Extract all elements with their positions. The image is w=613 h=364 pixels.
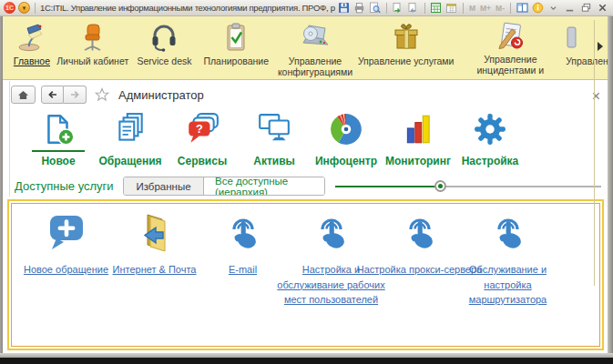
1c-logo-icon: 1С xyxy=(4,2,15,14)
tap-hand-icon xyxy=(222,210,264,256)
speech-bubble-plus-icon xyxy=(46,210,87,256)
documents-stack-icon xyxy=(113,108,148,147)
calculator-icon[interactable] xyxy=(430,2,443,15)
pie-chart-icon xyxy=(329,108,363,147)
memory-m-button[interactable]: M xyxy=(468,4,476,13)
folder-arrow-icon xyxy=(134,210,176,256)
ribbon-item-configuration-management[interactable]: Управление конфигурациями xyxy=(273,20,357,79)
ribbon-item-label: Управление услугами xyxy=(358,56,455,66)
slider-thumb[interactable] xyxy=(434,180,446,192)
info-dropdown-icon[interactable] xyxy=(547,2,560,15)
ribbon-item-planning[interactable]: Планирование xyxy=(199,20,273,79)
service-link[interactable]: Обслуживание и настройка маршрутизатора xyxy=(456,262,560,308)
tap-hand-icon xyxy=(311,210,352,256)
file-send-icon[interactable] xyxy=(392,2,404,15)
divider xyxy=(463,3,464,14)
tab-underline xyxy=(320,150,373,152)
ribbon-item-service-management[interactable]: Управление услугами xyxy=(357,20,455,79)
tap-hand-icon xyxy=(487,210,529,256)
tab-label: Инфоцентр xyxy=(315,155,377,167)
ribbon-item-service-desk[interactable]: Service desk xyxy=(130,20,199,79)
service-link[interactable]: Новое обращение xyxy=(20,262,113,278)
tab-requests[interactable]: Обращения xyxy=(100,108,160,174)
save-icon[interactable] xyxy=(338,2,351,15)
memory-m-plus-button[interactable]: M+ xyxy=(479,4,492,13)
service-item-proxy-setup[interactable]: Настройка прокси-сервера xyxy=(375,210,464,308)
ribbon-item-label: Главное xyxy=(14,56,50,66)
services-panel: Новое обращение Интернет & Почта E-mail … xyxy=(7,199,604,350)
tab-underline xyxy=(392,150,444,152)
desk-lamp-icon xyxy=(16,21,47,54)
gift-box-icon xyxy=(391,21,422,54)
service-item-email[interactable]: E-mail xyxy=(199,210,287,308)
service-item-router-maintenance[interactable]: Обслуживание и настройка маршрутизатора xyxy=(464,210,552,308)
minimize-button[interactable] xyxy=(563,2,577,15)
active-tab-underline xyxy=(32,150,85,152)
window-title: 1С:ITIL. Управление информационными техн… xyxy=(40,3,335,13)
service-item-workstation-setup[interactable]: Настройка и обслуживание рабочих мест по… xyxy=(287,210,375,308)
divider xyxy=(510,3,511,14)
slider-track-rest[interactable] xyxy=(440,186,601,187)
bar-chart-icon xyxy=(401,108,435,147)
ribbon-item-label: Планирование xyxy=(203,56,269,66)
back-button[interactable] xyxy=(41,86,64,104)
forward-button[interactable] xyxy=(64,86,87,104)
monitors-icon xyxy=(257,108,291,147)
print-icon[interactable] xyxy=(353,2,366,15)
split-window-icon[interactable] xyxy=(516,2,528,15)
ribbon-sections: Главное Личный кабинет Service desk План… xyxy=(3,16,608,80)
favorites-toggle-button[interactable]: Избранные xyxy=(124,177,204,195)
office-chair-icon xyxy=(77,21,108,54)
info-icon[interactable] xyxy=(531,2,544,15)
title-bar: 1С ▼ 1С:ITIL. Управление информационными… xyxy=(0,0,613,16)
ribbon-scroll-right-arrow[interactable] xyxy=(597,40,606,53)
service-item-new-request[interactable]: Новое обращение xyxy=(22,210,110,308)
favorite-star-icon[interactable] xyxy=(95,87,109,106)
tab-settings[interactable]: Настройка xyxy=(460,108,520,174)
file-receive-icon[interactable] xyxy=(407,2,420,15)
tab-label: Новое xyxy=(41,155,75,167)
tab-label: Настройка xyxy=(462,155,519,167)
tab-services[interactable]: ? Сервисы xyxy=(172,108,232,174)
clipboard-check-icon xyxy=(220,21,251,54)
app-window: 1С ▼ 1С:ITIL. Управление информационными… xyxy=(0,0,613,364)
svg-text:?: ? xyxy=(196,123,203,136)
ribbon-item-main[interactable]: Главное xyxy=(8,20,56,79)
print-preview-icon[interactable] xyxy=(369,2,382,15)
service-link[interactable]: E-mail xyxy=(216,262,271,278)
tap-hand-icon xyxy=(399,210,441,256)
view-toggle-group: Избранные Все доступные (иерархия) xyxy=(123,177,325,196)
tab-monitoring[interactable]: Мониторинг xyxy=(388,108,448,174)
close-window-button[interactable] xyxy=(596,2,609,15)
tab-infocenter[interactable]: Инфоцентр xyxy=(316,108,376,174)
divider xyxy=(424,3,425,14)
divider xyxy=(386,3,387,14)
tab-underline xyxy=(104,150,157,152)
main-area: Администратор Новое Обращения ? Сервисы xyxy=(3,81,608,353)
ribbon-item-personal-cabinet[interactable]: Личный кабинет xyxy=(56,20,130,79)
zoom-slider[interactable] xyxy=(335,185,601,188)
all-available-toggle-button[interactable]: Все доступные (иерархия) xyxy=(204,177,324,195)
service-link[interactable]: Интернет & Почта xyxy=(107,262,203,278)
calendar-icon[interactable] xyxy=(445,2,458,15)
desktop-edge xyxy=(0,358,613,364)
ribbon-item-incident-management[interactable]: Управление инцидентами и запросами xyxy=(455,20,567,79)
tab-new[interactable]: Новое xyxy=(28,108,88,174)
slider-track-filled[interactable] xyxy=(335,186,440,187)
restore-button[interactable] xyxy=(579,2,593,15)
tab-underline xyxy=(176,150,229,152)
memory-m-minus-button[interactable]: M- xyxy=(495,4,506,13)
filter-row: Доступные услуги Избранные Все доступные… xyxy=(3,174,608,199)
question-bubbles-icon: ? xyxy=(185,108,220,147)
service-item-internet-mail[interactable]: Интернет & Почта xyxy=(110,210,199,308)
tab-underline xyxy=(464,150,516,152)
ribbon-item-label: Service desk xyxy=(137,56,191,66)
home-button[interactable] xyxy=(11,86,36,104)
tab-assets[interactable]: Активы xyxy=(244,108,304,174)
tab-label: Сервисы xyxy=(178,155,227,167)
available-services-label: Доступные услуги xyxy=(15,179,114,193)
main-menu-button[interactable]: ▼ xyxy=(18,2,30,14)
ribbon-item-label: Управлени xyxy=(566,56,608,66)
page-title: Администратор xyxy=(118,88,204,102)
window-border-right[interactable] xyxy=(608,16,613,358)
